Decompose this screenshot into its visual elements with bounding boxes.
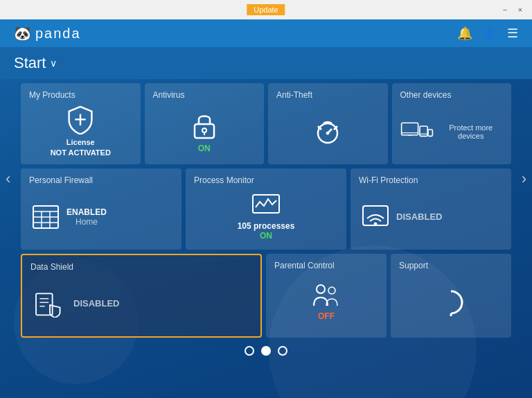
shield-icon: [67, 105, 94, 135]
card-title-antivirus: Antivirus: [153, 90, 256, 100]
other-devices-label: Protect more devices: [439, 123, 504, 140]
support-icon: [437, 288, 465, 316]
svg-point-30: [328, 287, 335, 294]
devices-icon: [400, 119, 434, 144]
card-title-my-products: My Products: [29, 90, 132, 100]
panda-icon: 🐼: [14, 25, 31, 42]
dot-1[interactable]: [245, 346, 254, 356]
card-process-monitor[interactable]: Process Monitor 105 processes ON: [186, 168, 346, 250]
nav-title[interactable]: Start ∨: [14, 54, 57, 72]
row-1: My Products License NOT ACTIVATED Antivi…: [21, 83, 511, 164]
update-button[interactable]: Update: [247, 4, 285, 15]
firewall-sublabel: Home: [66, 217, 107, 227]
svg-point-29: [317, 285, 325, 293]
card-body-support: [399, 276, 503, 328]
svg-rect-15: [428, 129, 432, 136]
card-antitheft[interactable]: Anti-Theft: [268, 83, 388, 164]
svg-rect-13: [420, 126, 427, 136]
nav-title-text: Start: [14, 54, 46, 72]
app-header: 🐼 panda 🔔 👤 ☰: [0, 19, 532, 47]
nav-arrow: ∨: [50, 58, 57, 69]
svg-point-3: [202, 128, 206, 132]
logo-text: panda: [35, 26, 81, 42]
svg-rect-22: [253, 195, 279, 213]
bell-icon[interactable]: 🔔: [457, 26, 472, 41]
app-container: 🐼 panda 🔔 👤 ☰ Start ∨ ‹ › My Products: [0, 19, 532, 398]
lock-icon: [192, 110, 217, 141]
family-icon: [311, 284, 342, 309]
card-title-process-monitor: Process Monitor: [194, 175, 338, 185]
nav-bar: Start ∨: [0, 47, 532, 79]
card-my-products[interactable]: My Products License NOT ACTIVATED: [21, 83, 141, 164]
card-title-other-devices: Other devices: [400, 90, 504, 100]
card-data-shield[interactable]: Data Shield DISABLED: [21, 254, 262, 338]
card-body-wifi: DISABLED: [359, 191, 503, 243]
card-body-other-devices: Protect more devices: [400, 105, 504, 157]
monitor-icon: [251, 193, 281, 218]
data-shield-icon: [33, 290, 66, 318]
card-body-process-monitor: 105 processes ON: [194, 191, 338, 243]
antivirus-status: ON: [198, 144, 211, 153]
header-icons: 🔔 👤 ☰: [457, 26, 518, 41]
next-arrow[interactable]: ›: [516, 156, 532, 202]
card-title-support: Support: [399, 261, 503, 270]
dot-2[interactable]: [261, 346, 271, 356]
prev-arrow[interactable]: ‹: [0, 156, 16, 202]
card-body-antitheft: [276, 105, 380, 157]
card-title-wifi: Wi-Fi Protection: [359, 175, 503, 185]
window-chrome: Update − ×: [0, 0, 532, 19]
firewall-label: ENABLED: [66, 207, 107, 217]
card-title-firewall: Personal Firewall: [29, 175, 173, 185]
card-body-firewall: ENABLED Home: [29, 191, 173, 243]
firewall-status-group: ENABLED Home: [66, 207, 107, 227]
card-body-my-products: License NOT ACTIVATED: [29, 105, 132, 157]
parental-status: OFF: [318, 311, 335, 321]
card-body-antivirus: ON: [153, 105, 256, 157]
grid-container: My Products License NOT ACTIVATED Antivi…: [0, 83, 532, 338]
process-monitor-status: ON: [260, 231, 272, 241]
data-shield-status: DISABLED: [73, 298, 119, 309]
card-wifi[interactable]: Wi-Fi Protection DISABLED: [351, 168, 511, 250]
card-firewall[interactable]: Personal Firewall ENABLED Home: [21, 168, 181, 250]
menu-icon[interactable]: ☰: [507, 26, 518, 41]
dot-3[interactable]: [278, 346, 287, 356]
close-button[interactable]: ×: [514, 3, 526, 16]
card-title-data-shield: Data Shield: [30, 262, 252, 272]
card-title-antitheft: Anti-Theft: [276, 90, 380, 100]
pagination: [0, 346, 532, 356]
logo: 🐼 panda: [14, 25, 81, 42]
minimize-button[interactable]: −: [499, 3, 511, 16]
row-3: Data Shield DISABLED Parental Control: [21, 254, 511, 338]
firewall-icon: [32, 205, 60, 230]
process-monitor-label: 105 processes: [238, 221, 295, 231]
card-support[interactable]: Support: [391, 254, 511, 338]
card-other-devices[interactable]: Other devices Protect more devices: [392, 83, 512, 164]
row-2: Personal Firewall ENABLED Home: [21, 168, 511, 250]
wifi-icon: [362, 205, 389, 230]
svg-point-9: [326, 132, 329, 135]
alarm-icon: [312, 116, 343, 147]
user-icon[interactable]: 👤: [482, 26, 497, 41]
my-products-status: License NOT ACTIVATED: [51, 137, 111, 157]
svg-point-24: [374, 223, 377, 225]
card-antivirus[interactable]: Antivirus ON: [145, 83, 265, 164]
svg-rect-2: [195, 124, 214, 138]
card-parental[interactable]: Parental Control OFF: [266, 254, 387, 338]
card-title-parental: Parental Control: [274, 261, 378, 270]
wifi-status: DISABLED: [396, 211, 442, 222]
card-body-parental: OFF: [274, 276, 378, 328]
card-body-data-shield: DISABLED: [30, 277, 252, 329]
